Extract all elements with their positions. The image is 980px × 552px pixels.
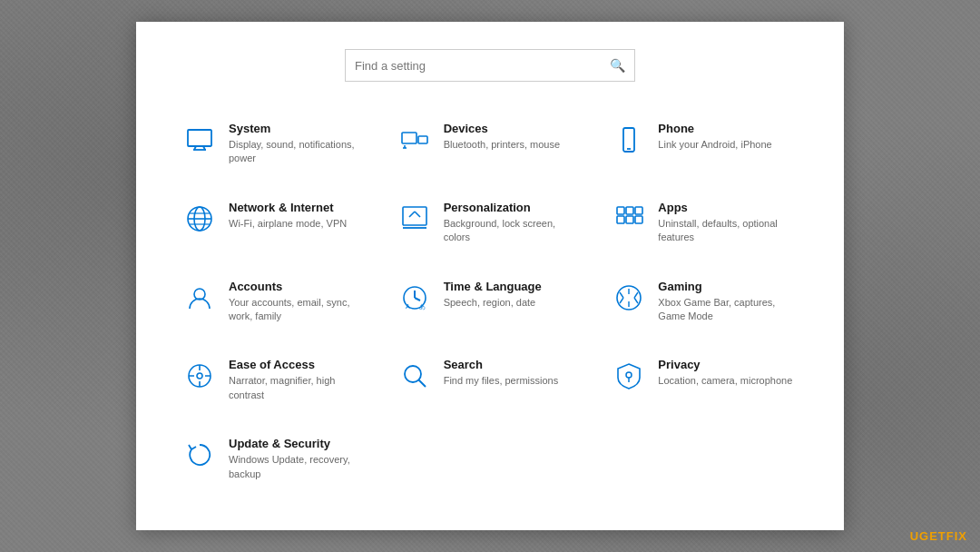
search-bar[interactable]: 🔍 (345, 49, 635, 82)
svg-text:A: A (406, 303, 410, 310)
setting-desc-privacy: Location, camera, microphone (658, 374, 792, 388)
svg-point-39 (197, 373, 202, 379)
setting-title-network: Network & Internet (229, 201, 347, 214)
accounts-icon (181, 280, 218, 316)
search-bar-container: 🔍 (172, 49, 808, 82)
setting-item-update[interactable]: Update & Security Windows Update, recove… (172, 424, 378, 494)
setting-title-apps: Apps (658, 201, 799, 214)
setting-title-accounts: Accounts (229, 280, 369, 293)
setting-item-network[interactable]: Network & Internet Wi-Fi, airplane mode,… (172, 188, 378, 258)
svg-text:あ: あ (419, 303, 426, 310)
settings-grid: System Display, sound, notifications, po… (172, 109, 808, 494)
watermark: UGETFIX (910, 529, 967, 543)
apps-icon (611, 201, 647, 237)
svg-line-17 (409, 212, 415, 217)
setting-desc-devices: Bluetooth, printers, mouse (444, 138, 560, 152)
setting-title-privacy: Privacy (658, 358, 792, 371)
phone-icon (611, 122, 647, 158)
setting-desc-gaming: Xbox Game Bar, captures, Game Mode (658, 296, 799, 324)
setting-desc-apps: Uninstall, defaults, optional features (658, 217, 799, 245)
search-icon: 🔍 (610, 58, 625, 73)
gaming-icon (611, 280, 647, 316)
setting-title-system: System (229, 122, 369, 135)
setting-title-time: Time & Language (444, 280, 542, 293)
time-icon: Aあ (397, 280, 433, 316)
svg-rect-24 (635, 216, 642, 223)
svg-rect-15 (403, 207, 426, 225)
setting-item-privacy[interactable]: Privacy Location, camera, microphone (602, 345, 808, 415)
svg-rect-19 (617, 207, 624, 214)
setting-title-personalization: Personalization (444, 201, 584, 214)
setting-desc-network: Wi-Fi, airplane mode, VPN (229, 217, 347, 231)
setting-desc-phone: Link your Android, iPhone (658, 138, 771, 152)
personalization-icon (397, 201, 433, 237)
setting-title-phone: Phone (658, 122, 771, 135)
devices-icon (397, 122, 433, 158)
setting-title-search: Search (444, 358, 559, 371)
svg-rect-21 (635, 207, 642, 214)
svg-line-34 (634, 292, 638, 298)
setting-desc-update: Windows Update, recovery, backup (229, 453, 369, 481)
svg-rect-4 (402, 133, 416, 143)
setting-title-ease: Ease of Access (229, 358, 369, 371)
svg-rect-0 (188, 130, 211, 146)
svg-rect-22 (617, 216, 624, 223)
svg-line-41 (418, 380, 426, 387)
setting-desc-personalization: Background, lock screen, colors (444, 217, 584, 245)
svg-line-32 (620, 292, 623, 298)
setting-desc-system: Display, sound, notifications, power (229, 138, 369, 166)
update-icon (181, 437, 218, 473)
search-icon (397, 358, 433, 394)
ease-icon (181, 358, 218, 394)
setting-item-gaming[interactable]: Gaming Xbox Game Bar, captures, Game Mod… (602, 267, 808, 337)
svg-line-28 (415, 298, 420, 301)
setting-item-time[interactable]: Aあ Time & Language Speech, region, date (387, 267, 593, 337)
setting-item-personalization[interactable]: Personalization Background, lock screen,… (387, 188, 593, 258)
setting-item-apps[interactable]: Apps Uninstall, defaults, optional featu… (602, 188, 808, 258)
svg-line-18 (415, 212, 420, 217)
setting-item-accounts[interactable]: Accounts Your accounts, email, sync, wor… (172, 267, 378, 337)
setting-item-devices[interactable]: Devices Bluetooth, printers, mouse (387, 109, 593, 179)
setting-item-phone[interactable]: Phone Link your Android, iPhone (602, 109, 808, 179)
setting-item-ease[interactable]: Ease of Access Narrator, magnifier, high… (172, 345, 378, 415)
setting-title-gaming: Gaming (658, 280, 799, 293)
setting-desc-search: Find my files, permissions (444, 374, 559, 388)
search-input[interactable] (355, 59, 610, 73)
svg-rect-23 (626, 216, 633, 223)
privacy-icon (611, 358, 647, 394)
svg-rect-20 (626, 207, 633, 214)
svg-rect-5 (418, 136, 427, 143)
setting-desc-accounts: Your accounts, email, sync, work, family (229, 296, 369, 324)
setting-item-system[interactable]: System Display, sound, notifications, po… (172, 109, 378, 179)
svg-point-42 (626, 372, 632, 378)
setting-desc-ease: Narrator, magnifier, high contrast (229, 374, 369, 402)
svg-line-37 (620, 298, 623, 303)
network-icon (181, 201, 218, 237)
setting-item-search[interactable]: Search Find my files, permissions (387, 345, 593, 415)
setting-title-devices: Devices (444, 122, 560, 135)
svg-line-35 (634, 298, 638, 303)
system-icon (181, 122, 218, 158)
settings-window: 🔍 System Display, sound, notifications, … (136, 22, 844, 530)
setting-title-update: Update & Security (229, 437, 369, 450)
setting-desc-time: Speech, region, date (444, 296, 542, 310)
